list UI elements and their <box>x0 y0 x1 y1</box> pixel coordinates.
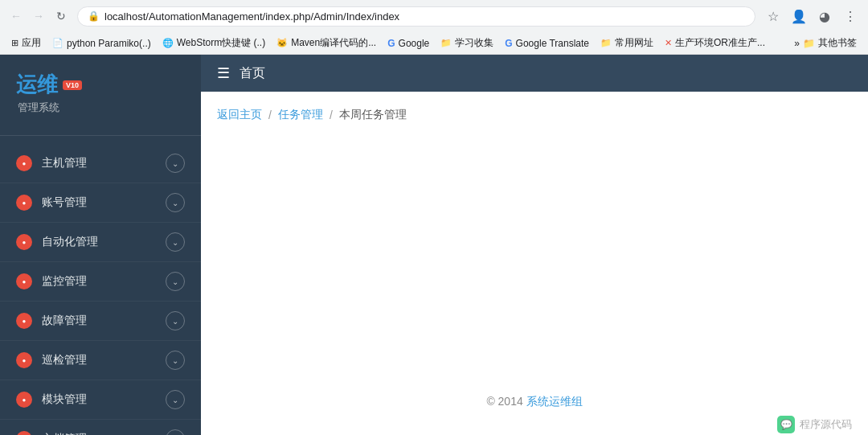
breadcrumb-sep2: / <box>330 109 333 121</box>
bookmark-python-label: python Paramiko(..) <box>67 38 151 49</box>
monitor-icon: ● <box>16 273 32 289</box>
page-title: 首页 <box>240 65 265 82</box>
module-chevron-icon: ⌄ <box>166 390 185 409</box>
account-label: 账号管理 <box>42 195 166 210</box>
browser-chrome: ← → ↻ 🔒 localhost/AutomationManagement/i… <box>0 0 868 55</box>
breadcrumb-current: 本周任务管理 <box>339 108 407 122</box>
bookmark-maven-label: Maven编译代码的... <box>291 36 376 50</box>
sidebar-item-document[interactable]: ● 文档管理 ⌄ <box>0 420 201 435</box>
module-label: 模块管理 <box>42 392 166 407</box>
sidebar: 运维 V10 管理系统 ● 主机管理 ⌄ ● 账号管理 ⌄ ● 自动化管理 ⌄ <box>0 55 201 435</box>
automation-chevron-icon: ⌄ <box>166 232 185 252</box>
inspection-icon: ● <box>16 352 32 368</box>
wechat-icon: 💬 <box>777 416 795 433</box>
lock-icon: 🔒 <box>88 10 100 22</box>
nav-buttons: ← → ↻ <box>6 6 71 26</box>
bookmark-apps-label: 应用 <box>22 36 41 50</box>
bookmark-common-label: 常用网址 <box>615 36 653 50</box>
logo-yunwei-text: 运维 <box>16 71 58 99</box>
bookmark-webstorm[interactable]: 🌐 WebStorm快捷键 (..) <box>158 35 270 51</box>
study-icon: 📁 <box>440 38 452 48</box>
translate-icon: G <box>505 38 512 49</box>
bookmark-production-label: 生产环境OR准生产... <box>675 36 765 50</box>
host-icon: ● <box>16 155 32 171</box>
google-icon: G <box>387 38 395 49</box>
module-icon: ● <box>16 392 32 408</box>
app-container: 运维 V10 管理系统 ● 主机管理 ⌄ ● 账号管理 ⌄ ● 自动化管理 ⌄ <box>0 55 868 435</box>
account-icon: ● <box>16 195 32 211</box>
sidebar-menu: ● 主机管理 ⌄ ● 账号管理 ⌄ ● 自动化管理 ⌄ ● 监控管理 ⌄ ● 故 <box>0 136 201 435</box>
fault-chevron-icon: ⌄ <box>166 311 185 330</box>
profile-button[interactable]: 👤 <box>788 5 810 27</box>
bookmark-study[interactable]: 📁 学习收集 <box>436 35 498 51</box>
host-chevron-icon: ⌄ <box>166 154 185 173</box>
host-label: 主机管理 <box>42 156 166 170</box>
production-icon: ✕ <box>665 38 672 48</box>
main-content: ☰ 首页 返回主页 / 任务管理 / 本周任务管理 © 2014 系统运维组 💬… <box>201 55 868 435</box>
breadcrumb: 返回主页 / 任务管理 / 本周任务管理 <box>217 108 852 122</box>
watermark-text: 程序源代码 <box>800 417 852 432</box>
document-chevron-icon: ⌄ <box>166 429 185 435</box>
monitor-chevron-icon: ⌄ <box>166 272 185 291</box>
automation-icon: ● <box>16 234 32 250</box>
bookmark-more[interactable]: » 📁 其他书签 <box>789 35 862 51</box>
common-icon: 📁 <box>600 38 612 48</box>
maven-icon: 🐱 <box>276 38 288 48</box>
inspection-chevron-icon: ⌄ <box>166 351 185 370</box>
breadcrumb-sep1: / <box>268 109 272 121</box>
bookmarks-bar: ⊞ 应用 📄 python Paramiko(..) 🌐 WebStorm快捷键… <box>0 32 868 55</box>
bookmark-other-icon: 📁 <box>803 38 815 49</box>
account-chevron-icon: ⌄ <box>166 193 185 212</box>
bookmark-other-label: 其他书签 <box>818 36 857 50</box>
toolbar-icons: ☆ 👤 ◕ ⋮ <box>762 5 862 27</box>
fault-icon: ● <box>16 313 32 329</box>
bookmark-study-label: 学习收集 <box>455 36 493 50</box>
bookmark-google-label: Google <box>399 38 430 49</box>
star-button[interactable]: ☆ <box>762 5 784 27</box>
bookmark-production[interactable]: ✕ 生产环境OR准生产... <box>660 35 770 51</box>
sidebar-item-account[interactable]: ● 账号管理 ⌄ <box>0 183 201 223</box>
python-icon: 📄 <box>52 38 63 48</box>
breadcrumb-home[interactable]: 返回主页 <box>217 108 262 122</box>
bookmark-more-label: » <box>794 38 800 49</box>
bookmark-apps[interactable]: ⊞ 应用 <box>6 35 46 51</box>
sidebar-item-fault[interactable]: ● 故障管理 ⌄ <box>0 302 201 341</box>
document-icon: ● <box>16 431 32 435</box>
logo-version-badge: V10 <box>63 80 82 90</box>
bookmark-google[interactable]: G Google <box>383 36 434 51</box>
apps-icon: ⊞ <box>11 38 18 48</box>
extension-button[interactable]: ◕ <box>813 5 836 27</box>
bookmark-webstorm-label: WebStorm快捷键 (..) <box>177 36 265 50</box>
browser-toolbar: ← → ↻ 🔒 localhost/AutomationManagement/i… <box>0 0 868 32</box>
sidebar-item-inspection[interactable]: ● 巡检管理 ⌄ <box>0 341 201 380</box>
sidebar-logo: 运维 V10 管理系统 <box>0 55 201 136</box>
footer-link[interactable]: 系统运维组 <box>526 395 583 408</box>
forward-button[interactable]: → <box>29 6 48 26</box>
inspection-label: 巡检管理 <box>42 353 166 367</box>
main-header: ☰ 首页 <box>201 55 868 92</box>
url-text: localhost/AutomationManagement/index.php… <box>104 10 745 23</box>
content-area: 返回主页 / 任务管理 / 本周任务管理 © 2014 系统运维组 💬 程序源代… <box>201 92 868 435</box>
bookmark-translate[interactable]: G Google Translate <box>500 36 594 51</box>
bookmark-translate-label: Google Translate <box>516 38 589 49</box>
watermark: 💬 程序源代码 <box>777 416 852 433</box>
sidebar-item-host[interactable]: ● 主机管理 ⌄ <box>0 144 201 183</box>
header-menu-icon[interactable]: ☰ <box>217 64 230 82</box>
copyright-text: © 2014 <box>486 395 522 408</box>
sidebar-item-automation[interactable]: ● 自动化管理 ⌄ <box>0 223 201 262</box>
document-label: 文档管理 <box>42 432 166 435</box>
bookmark-python[interactable]: 📄 python Paramiko(..) <box>47 36 156 51</box>
bookmark-maven[interactable]: 🐱 Maven编译代码的... <box>272 35 381 51</box>
breadcrumb-task[interactable]: 任务管理 <box>278 108 323 122</box>
menu-button[interactable]: ⋮ <box>839 5 862 27</box>
bookmark-common[interactable]: 📁 常用网址 <box>596 35 658 51</box>
sidebar-item-monitor[interactable]: ● 监控管理 ⌄ <box>0 262 201 302</box>
sidebar-item-module[interactable]: ● 模块管理 ⌄ <box>0 380 201 420</box>
footer-text: © 2014 系统运维组 <box>201 395 868 409</box>
reload-button[interactable]: ↻ <box>51 6 71 26</box>
monitor-label: 监控管理 <box>42 274 166 289</box>
fault-label: 故障管理 <box>42 314 166 328</box>
webstorm-icon: 🌐 <box>162 38 174 48</box>
address-bar[interactable]: 🔒 localhost/AutomationManagement/index.p… <box>77 6 755 27</box>
back-button[interactable]: ← <box>6 6 26 26</box>
